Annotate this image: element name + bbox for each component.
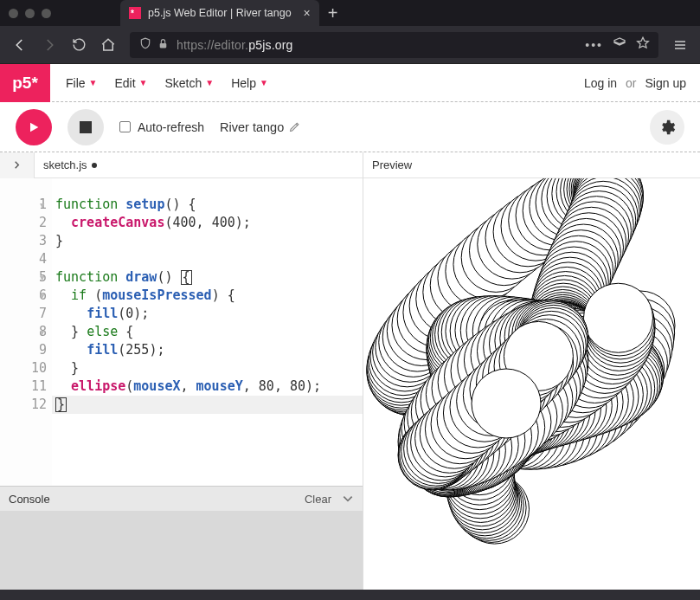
browser-titlebar: * p5.js Web Editor | River tango × + <box>0 0 700 26</box>
chevron-down-icon[interactable] <box>342 493 354 505</box>
auto-refresh-checkbox[interactable] <box>119 121 131 132</box>
svg-point-483 <box>472 369 541 438</box>
back-button[interactable] <box>7 32 33 58</box>
menu-button[interactable] <box>667 32 693 58</box>
preview-canvas[interactable] <box>363 178 700 590</box>
caret-down-icon: ▼ <box>139 78 148 87</box>
svg-point-362 <box>584 283 653 352</box>
menu-edit[interactable]: Edit▼ <box>106 76 156 90</box>
code-editor[interactable]: 1▼2345▼6▼78▼9101112 function setup() { c… <box>0 178 363 486</box>
browser-tab[interactable]: * p5.js Web Editor | River tango × <box>120 0 319 26</box>
shield-icon[interactable] <box>138 37 152 52</box>
console-clear-button[interactable]: Clear <box>305 493 331 506</box>
p5-favicon: * <box>129 7 141 19</box>
file-bar: sketch.js <box>0 152 363 178</box>
close-tab-icon[interactable]: × <box>304 6 311 20</box>
url-text: https://editor.p5js.org <box>177 38 585 52</box>
app-topbar: p5* File▼ Edit▼ Sketch▼ Help▼ Log in or … <box>0 64 700 102</box>
settings-button[interactable] <box>650 110 684 145</box>
play-button[interactable] <box>16 109 52 145</box>
preview-label: Preview <box>372 158 412 171</box>
bookmark-icon[interactable] <box>636 36 650 53</box>
svg-text:*: * <box>131 9 134 18</box>
login-link[interactable]: Log in <box>584 76 617 90</box>
window-controls[interactable] <box>9 9 51 18</box>
unsaved-indicator-icon <box>92 163 97 168</box>
preview-pane: Preview <box>363 152 700 590</box>
console-panel: Console Clear <box>0 486 363 590</box>
console-header: Console Clear <box>0 487 363 511</box>
auto-refresh-toggle[interactable]: Auto-refresh <box>119 120 204 134</box>
new-tab-button[interactable]: + <box>319 3 347 23</box>
reader-icon[interactable] <box>612 36 627 53</box>
stop-icon <box>80 121 92 133</box>
editor-pane: sketch.js 1▼2345▼6▼78▼9101112 function s… <box>0 152 363 590</box>
close-window-icon[interactable] <box>9 9 18 18</box>
stop-button[interactable] <box>67 109 104 145</box>
tab-title: p5.js Web Editor | River tango <box>148 7 292 19</box>
home-button[interactable] <box>95 32 121 58</box>
code-area[interactable]: function setup() { createCanvas(400, 400… <box>52 178 363 486</box>
caret-down-icon: ▼ <box>89 78 98 87</box>
expand-sidebar-button[interactable] <box>0 152 35 178</box>
browser-toolbar: https://editor.p5js.org ••• <box>0 26 700 64</box>
forward-button[interactable] <box>36 32 62 58</box>
auth-links: Log in or Sign up <box>584 76 700 90</box>
browser-bottom-chrome <box>0 590 700 600</box>
maximize-window-icon[interactable] <box>42 9 51 18</box>
console-label: Console <box>9 493 50 506</box>
control-bar: Auto-refresh River tango <box>0 102 700 152</box>
filename-tab[interactable]: sketch.js <box>35 158 97 171</box>
sketch-output <box>363 178 692 577</box>
caret-down-icon: ▼ <box>260 78 268 87</box>
menu-sketch[interactable]: Sketch▼ <box>157 76 223 90</box>
svg-rect-2 <box>159 42 166 47</box>
caret-down-icon: ▼ <box>205 78 214 87</box>
auto-refresh-label: Auto-refresh <box>138 120 204 134</box>
gear-icon <box>658 119 676 136</box>
menu-bar: File▼ Edit▼ Sketch▼ Help▼ <box>50 76 277 90</box>
menu-file[interactable]: File▼ <box>57 76 106 90</box>
signup-link[interactable]: Sign up <box>645 76 686 90</box>
chevron-right-icon <box>12 160 22 170</box>
minimize-window-icon[interactable] <box>25 9 35 18</box>
page-actions-icon[interactable]: ••• <box>585 38 603 52</box>
menu-help[interactable]: Help▼ <box>222 76 277 90</box>
console-output[interactable] <box>0 511 363 590</box>
reload-button[interactable] <box>66 32 92 58</box>
url-bar[interactable]: https://editor.p5js.org ••• <box>130 32 658 58</box>
auth-or: or <box>626 76 636 90</box>
line-gutter: 1▼2345▼6▼78▼9101112 <box>0 178 52 486</box>
sketch-name[interactable]: River tango <box>220 120 300 134</box>
p5-logo[interactable]: p5* <box>0 64 50 102</box>
edit-icon[interactable] <box>289 121 300 132</box>
lock-icon[interactable] <box>156 38 170 52</box>
